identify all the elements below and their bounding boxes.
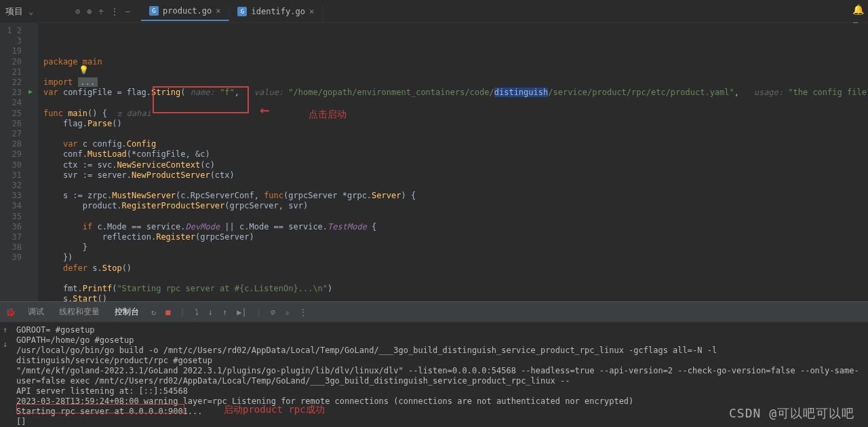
line-numbers: 1 2 3 19 20 21 22 23 24 25 26 27 28 29 3… [0, 23, 27, 301]
step-out-icon[interactable]: ↑ [222, 308, 227, 317]
watermark: CSDN @可以吧可以吧 [729, 405, 854, 422]
more-icon[interactable]: ⋮ [111, 7, 119, 16]
gutter-icons: ▶ [27, 23, 38, 301]
debug-icon[interactable]: 🐞 [5, 308, 16, 317]
chevron-down-icon[interactable]: ⌄ [28, 7, 33, 16]
stop-icon[interactable]: ■ [165, 308, 170, 317]
more-actions-icon[interactable]: ⋮ [299, 308, 307, 317]
panel-tab-threads[interactable]: 线程和变量 [56, 305, 102, 319]
project-title: 项目 [5, 5, 23, 18]
panel-tab-console[interactable]: 控制台 [112, 305, 142, 319]
scroll-down-icon[interactable]: ↓ [3, 339, 7, 350]
trace-icon[interactable]: ⬨ [285, 308, 290, 317]
code-content[interactable]: 💡 package main import ... var configFile… [38, 23, 868, 301]
run-to-cursor-icon[interactable]: ▶| [237, 308, 246, 317]
expand-icon[interactable]: ⊕ [87, 7, 92, 16]
tab-product-go[interactable]: Gproduct.go× [141, 2, 229, 21]
tab-label: identify.go [251, 7, 304, 16]
rerun-icon[interactable]: ↻ [151, 308, 156, 317]
code-editor[interactable]: 1 2 3 19 20 21 22 23 24 25 26 27 28 29 3… [0, 23, 868, 301]
scroll-up-icon[interactable]: ↑ [3, 325, 7, 335]
close-icon[interactable]: × [309, 7, 314, 16]
go-file-icon: G [149, 6, 159, 16]
bulb-icon[interactable]: 💡 [79, 65, 89, 75]
tab-label: product.go [163, 6, 212, 16]
tab-identify-go[interactable]: Gidentify.go× [229, 3, 323, 20]
step-into-icon[interactable]: ↓ [208, 308, 213, 317]
notification-icon[interactable]: 🔔 [852, 4, 864, 15]
evaluate-icon[interactable]: ⊘ [271, 308, 275, 317]
run-gutter-icon[interactable]: ▶ [28, 88, 33, 95]
editor-tabs: Gproduct.go×Gidentify.go× [136, 0, 323, 22]
project-header: 项目 ⌄ ⊙ ⊕ ÷ ⋮ — [0, 0, 136, 22]
console-side-icons: ↑ ↓ [3, 325, 7, 350]
panel-tab-bar: 🐞 调试 线程和变量 控制台 ↻ ■ | ⤵ ↓ ↑ ▶| | ⊘ ⬨ ⋮ [0, 302, 868, 322]
step-over-icon[interactable]: ⤵ [195, 308, 199, 317]
close-icon[interactable]: × [216, 6, 220, 16]
hide-icon[interactable]: — [125, 7, 130, 16]
go-file-icon: G [237, 7, 247, 16]
target-icon[interactable]: ⊙ [75, 7, 80, 16]
divide-icon[interactable]: ÷ [99, 7, 104, 16]
